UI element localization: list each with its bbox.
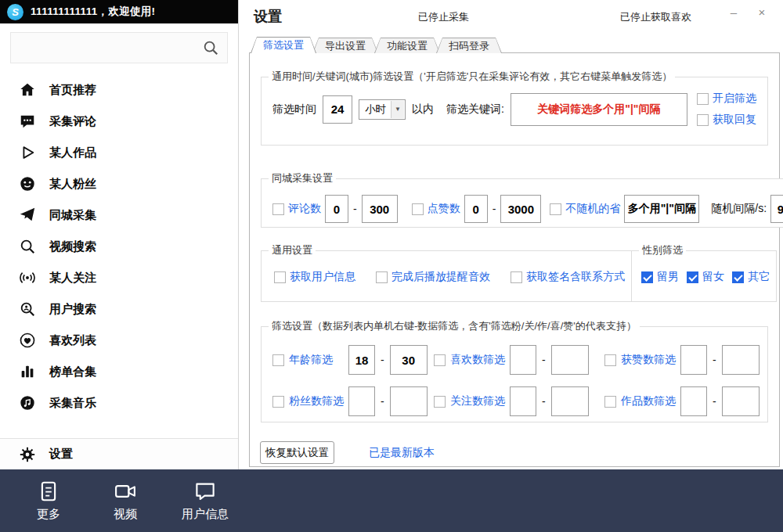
data-filter-legend: 筛选设置（数据列表内单机右键-数据筛选，含有'筛选粉/关/作/喜/赞'的代表支持… [269, 319, 640, 333]
fans-face-icon [19, 175, 36, 192]
chevron-down-icon: ▼ [391, 101, 404, 118]
sidebar-item-user-works[interactable]: 某人作品 [0, 137, 238, 168]
keep-female-option[interactable]: 留女 [687, 270, 724, 284]
menu-label: 同城采集 [49, 208, 96, 223]
praised-filter-label: 获赞数筛选 [621, 353, 676, 367]
dash-separator: - [541, 395, 547, 408]
enable-filter-option[interactable]: 开启筛选 [697, 92, 756, 106]
filter-keyword-label: 筛选关键词: [446, 102, 504, 117]
sidebar-item-settings[interactable]: 设置 [0, 438, 238, 469]
praised-min-input[interactable] [680, 345, 707, 375]
play-sound-checkbox[interactable] [376, 271, 388, 283]
comment-min-input[interactable] [325, 195, 348, 223]
like-min-input[interactable] [464, 195, 488, 223]
follow-filter-checkbox[interactable] [434, 396, 446, 408]
search-input[interactable] [19, 41, 202, 54]
sidebar-menu: 首页推荐 采集评论 某人作品 某人粉丝 同城采集 视频搜索 [0, 74, 238, 419]
sidebar-item-video-search[interactable]: 视频搜索 [0, 231, 238, 262]
keep-other-checkbox[interactable] [732, 271, 744, 283]
minimize-button[interactable]: – [725, 5, 742, 19]
sidebar-item-rank-collection[interactable]: 榜单合集 [0, 356, 238, 387]
option-label: 获取签名含联系方式 [526, 270, 625, 284]
option-label: 完成后播放提醒音效 [392, 270, 490, 284]
tab-function-settings[interactable]: 功能设置 [374, 38, 440, 53]
tab-label: 筛选设置 [251, 38, 316, 53]
fans-min-input[interactable] [348, 386, 375, 416]
bottom-item-video[interactable]: 视频 [94, 480, 157, 522]
version-status-link[interactable]: 已是最新版本 [369, 446, 435, 460]
comment-count-checkbox[interactable] [272, 203, 284, 215]
keep-male-checkbox[interactable] [641, 271, 653, 283]
city-collect-legend: 同城采集设置 [269, 171, 336, 185]
enable-filter-checkbox[interactable] [697, 93, 709, 105]
collect-status-text: 已停止采集 [418, 10, 469, 24]
tab-export-settings[interactable]: 导出设置 [312, 38, 378, 53]
get-reply-label: 获取回复 [713, 113, 756, 127]
close-button[interactable]: × [753, 5, 770, 19]
time-unit-value: 小时 [359, 102, 391, 117]
sidebar: S 111111111111，欢迎使用! 首页推荐 采集评论 某人作品 [0, 0, 239, 469]
works-filter-checkbox[interactable] [604, 396, 616, 408]
follow-min-input[interactable] [510, 386, 536, 416]
paper-plane-icon [19, 207, 36, 224]
fans-filter-checkbox[interactable] [272, 396, 284, 408]
tab-label: 导出设置 [313, 38, 377, 53]
signature-contact-checkbox[interactable] [511, 271, 522, 283]
filter-keyword-input[interactable] [511, 93, 687, 126]
filter-time-input[interactable] [323, 95, 352, 124]
province-input[interactable] [624, 195, 699, 223]
signature-contact-option[interactable]: 获取签名含联系方式 [511, 270, 625, 284]
bottom-item-more[interactable]: 更多 [17, 480, 80, 522]
time-unit-select[interactable]: 小时 ▼ [359, 99, 406, 120]
works-filter-cell: 作品数筛选 - [604, 386, 761, 416]
sidebar-item-user-fans[interactable]: 某人粉丝 [0, 168, 238, 200]
document-icon [37, 480, 60, 503]
menu-label: 某人关注 [49, 271, 96, 286]
praised-filter-checkbox[interactable] [604, 354, 616, 366]
get-user-info-option[interactable]: 获取用户信息 [274, 270, 355, 284]
keep-female-checkbox[interactable] [687, 271, 698, 283]
get-reply-option[interactable]: 获取回复 [697, 113, 756, 127]
tab-label: 扫码登录 [437, 38, 501, 53]
works-max-input[interactable] [722, 386, 760, 416]
likes-min-input[interactable] [510, 345, 536, 375]
dash-separator: - [380, 354, 385, 366]
keep-male-option[interactable]: 留男 [641, 270, 679, 284]
likes-max-input[interactable] [551, 345, 589, 375]
search-icon[interactable] [202, 39, 219, 56]
age-filter-checkbox[interactable] [272, 354, 284, 366]
fixed-province-checkbox[interactable] [550, 203, 561, 215]
comment-max-input[interactable] [362, 195, 398, 223]
sidebar-item-collect-music[interactable]: 采集音乐 [0, 387, 238, 419]
likes-filter-checkbox[interactable] [434, 354, 446, 366]
option-label: 获取用户信息 [290, 270, 355, 284]
works-min-input[interactable] [680, 386, 707, 416]
sidebar-item-home-recommend[interactable]: 首页推荐 [0, 74, 238, 106]
sidebar-item-like-list[interactable]: 喜欢列表 [0, 325, 238, 356]
get-reply-checkbox[interactable] [697, 114, 709, 126]
tab-filter-settings[interactable]: 筛选设置 [251, 37, 316, 53]
fans-max-input[interactable] [390, 386, 428, 416]
works-filter-label: 作品数筛选 [621, 394, 676, 408]
sidebar-item-user-search[interactable]: 用户搜索 [0, 293, 238, 325]
tab-qr-login[interactable]: 扫码登录 [436, 38, 502, 53]
app-logo-icon: S [7, 4, 23, 20]
keep-other-option[interactable]: 其它 [732, 270, 770, 284]
praised-max-input[interactable] [722, 345, 760, 375]
age-min-input[interactable] [348, 345, 375, 375]
reset-defaults-button[interactable]: 恢复默认设置 [260, 441, 334, 464]
play-sound-option[interactable]: 完成后播放提醒音效 [376, 270, 490, 284]
age-max-input[interactable] [390, 345, 428, 375]
sidebar-item-collect-comments[interactable]: 采集评论 [0, 106, 238, 137]
like-count-checkbox[interactable] [412, 203, 424, 215]
sidebar-item-city-collect[interactable]: 同城采集 [0, 200, 238, 231]
bottom-item-user-info[interactable]: 用户信息 [174, 480, 236, 522]
bottom-item-label: 视频 [114, 507, 137, 522]
get-user-info-checkbox[interactable] [274, 271, 286, 283]
follow-max-input[interactable] [551, 386, 589, 416]
general-time-filter-legend: 通用时间/关键词(城市)筛选设置（'开启筛选'只在采集评论有效，其它右键菜单触发… [269, 70, 675, 84]
sidebar-item-user-follow[interactable]: 某人关注 [0, 262, 238, 293]
menu-label: 某人作品 [49, 146, 96, 160]
random-interval-input[interactable] [770, 195, 783, 223]
like-max-input[interactable] [500, 195, 541, 223]
